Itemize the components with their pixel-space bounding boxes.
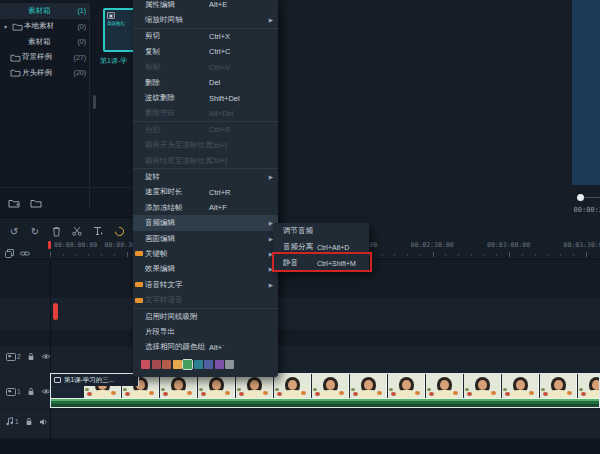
color-swatch-3[interactable] xyxy=(173,360,182,369)
menu-item-8[interactable]: 删除空白Alt+Del xyxy=(133,106,278,121)
ruler-minor-tick xyxy=(382,254,383,256)
media-panel: 素材箱(1)▾本地素材(0)素材箱(0)背景样例(27)片头样例(20) ▣ 高… xyxy=(0,0,133,218)
clip-title: 第1课-学习的三... xyxy=(64,376,114,385)
menu-item-shortcut: Ctrl+B xyxy=(209,125,230,134)
track-number: 1 xyxy=(15,418,19,425)
menu-item-7[interactable]: 波纹删除Shift+Del xyxy=(133,90,278,105)
media-panel-footer xyxy=(0,187,133,217)
menu-item-shortcut: Ctrl+R xyxy=(209,188,230,197)
redo-icon[interactable]: ↻ xyxy=(29,225,41,237)
ruler-minor-tick xyxy=(496,254,497,256)
panel-scrollbar[interactable] xyxy=(93,95,96,109)
media-item-4[interactable]: 片头样例(20) xyxy=(0,65,89,81)
media-clip-card[interactable]: ▣ 高级教程 xyxy=(103,8,137,52)
menu-item-15[interactable]: 速度和时长Ctrl+R xyxy=(133,185,278,200)
audio-submenu-item-2[interactable]: 静音Ctrl+Shift+M xyxy=(273,255,369,271)
color-swatch-0[interactable] xyxy=(141,360,150,369)
menu-item-18[interactable]: 画面编辑▶ xyxy=(133,231,278,246)
clip-thumbnail xyxy=(198,374,235,398)
ruler-minor-tick xyxy=(76,254,77,256)
menu-item-shortcut: Ctrl+X xyxy=(209,32,230,41)
color-swatch-4[interactable] xyxy=(183,360,192,369)
scissors-icon[interactable] xyxy=(71,225,83,237)
menu-item-21[interactable]: 语音转文字▶ xyxy=(133,277,278,292)
preview-seek-handle[interactable] xyxy=(577,194,584,201)
menu-item-16[interactable]: 添加冻结帧Alt+F xyxy=(133,200,278,215)
media-item-label: 素材箱 xyxy=(28,6,51,16)
menu-item-19[interactable]: 关键帧▶ xyxy=(133,246,278,261)
audio-submenu-item-0[interactable]: 调节音频 xyxy=(273,223,369,239)
menu-item-12[interactable]: 裁剪结尾至游标位置Ctrl+] xyxy=(133,153,278,168)
text-tool-icon[interactable] xyxy=(92,225,104,237)
media-item-label: 本地素材 xyxy=(24,21,54,31)
lock-icon[interactable] xyxy=(27,387,35,396)
ruler-minor-tick xyxy=(535,254,536,256)
menu-item-24[interactable]: 启用时间线吸附 xyxy=(133,309,278,324)
track-lane-2 xyxy=(0,346,600,372)
menu-item-label: 片段导出 xyxy=(145,327,175,337)
ruler-minor-tick xyxy=(547,254,548,256)
color-swatch-2[interactable] xyxy=(162,360,171,369)
delete-icon[interactable] xyxy=(50,225,62,237)
color-swatch-8[interactable] xyxy=(225,360,234,369)
track-lane-3 xyxy=(0,298,600,330)
color-swatch-5[interactable] xyxy=(194,360,203,369)
folder-icon[interactable] xyxy=(30,198,42,208)
clip-thumbnail xyxy=(160,374,197,398)
menu-item-17[interactable]: 音频编辑▶ xyxy=(133,215,278,230)
snapshot-icon[interactable] xyxy=(5,244,14,262)
menu-item-6[interactable]: 删除Del xyxy=(133,75,278,90)
lock-icon[interactable] xyxy=(27,352,35,361)
timeline-clip[interactable]: 第1课-学习的三... xyxy=(50,373,600,408)
color-match-icon[interactable] xyxy=(113,225,125,237)
submenu-item-label: 音频分离 xyxy=(283,242,313,252)
color-swatch-1[interactable] xyxy=(152,360,161,369)
audio-submenu-item-1[interactable]: 音频分离Ctrl+Alt+D xyxy=(273,239,369,255)
menu-item-22[interactable]: 文字转语音 xyxy=(133,292,278,307)
ruler-minor-tick xyxy=(407,254,408,256)
lock-icon[interactable] xyxy=(25,417,33,426)
undo-icon[interactable]: ↺ xyxy=(8,225,20,237)
playhead[interactable] xyxy=(48,241,51,249)
menu-item-1[interactable]: 缩放时间轴▶ xyxy=(133,12,278,27)
menu-item-5[interactable]: 粘贴Ctrl+V xyxy=(133,60,278,75)
menu-item-label: 剪切 xyxy=(145,31,160,41)
clip-thumbnail xyxy=(350,374,387,398)
color-swatch-7[interactable] xyxy=(215,360,224,369)
menu-item-25[interactable]: 片段导出 xyxy=(133,324,278,339)
menu-item-26[interactable]: 选择相同的颜色组Alt+` xyxy=(133,340,278,355)
menu-item-0[interactable]: 属性编辑Alt+E xyxy=(133,0,278,12)
ruler-major-tick xyxy=(586,252,587,257)
media-item-1[interactable]: ▾本地素材(0) xyxy=(0,19,89,35)
menu-item-14[interactable]: 旋转▶ xyxy=(133,169,278,184)
ruler-major-tick xyxy=(127,252,128,257)
track-number: 2 xyxy=(17,353,21,360)
ruler-minor-tick xyxy=(420,254,421,256)
link-icon[interactable] xyxy=(20,244,30,262)
media-item-3[interactable]: 背景样例(27) xyxy=(0,50,89,66)
menu-item-label: 缩放时间轴 xyxy=(145,15,183,25)
marker-clip[interactable] xyxy=(53,303,58,320)
color-swatch-6[interactable] xyxy=(204,360,213,369)
expander-caret-icon[interactable]: ▾ xyxy=(4,23,12,30)
clip-thumbnail xyxy=(578,374,600,398)
ruler-tools xyxy=(5,244,30,262)
preview-video xyxy=(572,0,600,185)
menu-item-4[interactable]: 复制Ctrl+C xyxy=(133,44,278,59)
media-item-0[interactable]: 素材箱(1) xyxy=(0,3,89,19)
menu-item-11[interactable]: 裁剪开头至游标位置Ctrl+[ xyxy=(133,138,278,153)
mute-icon[interactable] xyxy=(39,418,48,426)
menu-item-10[interactable]: 分割Ctrl+B xyxy=(133,122,278,137)
clip-audio-waveform xyxy=(51,398,599,407)
new-folder-icon[interactable] xyxy=(8,198,20,208)
eye-icon[interactable] xyxy=(41,353,51,360)
menu-item-20[interactable]: 效果编辑▶ xyxy=(133,262,278,277)
submenu-item-shortcut: Ctrl+Alt+D xyxy=(317,244,349,251)
video-track-icon: 1 xyxy=(6,388,21,396)
menu-item-label: 复制 xyxy=(145,47,160,57)
media-item-label: 片头样例 xyxy=(22,68,52,78)
media-item-label: 背景样例 xyxy=(22,52,52,62)
media-item-2[interactable]: 素材箱(0) xyxy=(0,34,89,50)
menu-item-label: 效果编辑 xyxy=(145,264,175,274)
menu-item-3[interactable]: 剪切Ctrl+X xyxy=(133,29,278,44)
